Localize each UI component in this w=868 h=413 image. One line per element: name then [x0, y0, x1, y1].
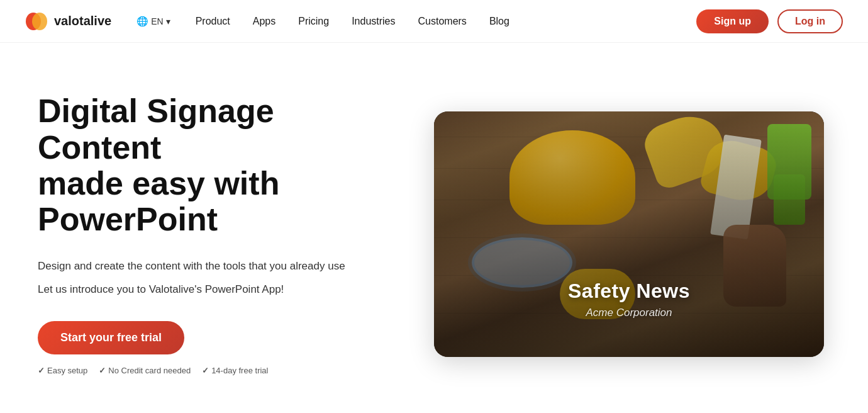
- nav-apps[interactable]: Apps: [253, 16, 275, 27]
- hero-section: Digital Signage Content made easy with P…: [0, 43, 868, 413]
- svg-point-1: [32, 13, 47, 30]
- logo-text: valotalive: [54, 14, 111, 28]
- logo-icon: [25, 10, 48, 33]
- login-button[interactable]: Log in: [777, 9, 843, 33]
- logo[interactable]: valotalive: [25, 10, 111, 33]
- hero-heading: Digital Signage Content made easy with P…: [38, 93, 390, 237]
- signup-button[interactable]: Sign up: [696, 9, 769, 33]
- lang-label: EN: [151, 16, 163, 26]
- check-icon-2: ✓: [99, 366, 106, 375]
- device-screen: Safety News Acme Corporation: [434, 111, 824, 357]
- nav-customers[interactable]: Customers: [418, 16, 467, 27]
- check-icon-3: ✓: [202, 366, 209, 375]
- badge-free-trial: ✓ 14-day free trial: [202, 366, 268, 375]
- chevron-down-icon: ▾: [166, 16, 170, 26]
- language-selector[interactable]: 🌐 EN ▾: [136, 16, 170, 27]
- badge-no-cc: ✓ No Credit card needed: [99, 366, 191, 375]
- hero-subtext-2: Let us introduce you to Valotalive's Pow…: [38, 281, 390, 298]
- main-nav: Product Apps Pricing Industries Customer…: [196, 16, 697, 27]
- free-trial-button[interactable]: Start your free trial: [38, 321, 184, 354]
- badge-free-trial-label: 14-day free trial: [211, 366, 268, 375]
- globe-icon: 🌐: [136, 16, 148, 27]
- hero-device-area: Safety News Acme Corporation: [428, 111, 830, 357]
- trust-badges: ✓ Easy setup ✓ No Credit card needed ✓ 1…: [38, 366, 390, 375]
- nav-pricing[interactable]: Pricing: [298, 16, 329, 27]
- badge-easy-setup-label: Easy setup: [47, 366, 87, 375]
- screen-text-area: Safety News Acme Corporation: [434, 280, 824, 319]
- nav-blog[interactable]: Blog: [489, 16, 509, 27]
- screen-title: Safety News: [434, 280, 824, 303]
- hero-subtext-1: Design and create the content with the t…: [38, 257, 390, 274]
- site-header: valotalive 🌐 EN ▾ Product Apps Pricing I…: [0, 0, 868, 43]
- nav-industries[interactable]: Industries: [352, 16, 395, 27]
- nav-product[interactable]: Product: [196, 16, 230, 27]
- check-icon-1: ✓: [38, 366, 45, 375]
- screen-overlay: [434, 111, 824, 357]
- hero-text-area: Digital Signage Content made easy with P…: [38, 93, 390, 375]
- header-actions: Sign up Log in: [696, 9, 843, 33]
- screen-subtitle: Acme Corporation: [434, 307, 824, 319]
- device-mockup: Safety News Acme Corporation: [434, 111, 824, 357]
- badge-no-cc-label: No Credit card needed: [108, 366, 191, 375]
- badge-easy-setup: ✓ Easy setup: [38, 366, 87, 375]
